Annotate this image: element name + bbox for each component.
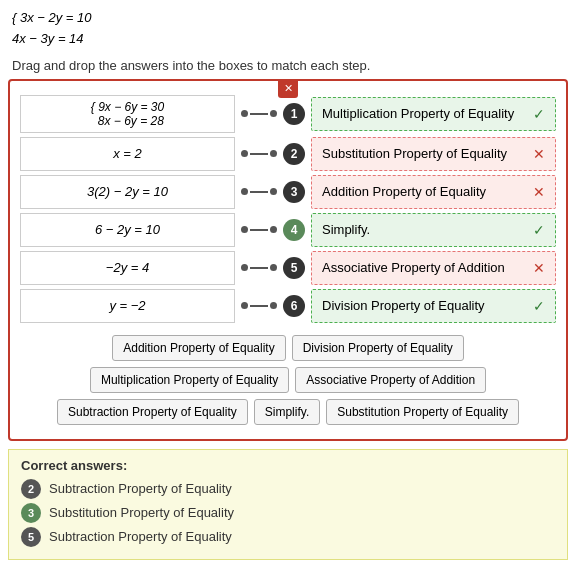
step-row-5: −2y = 4 5 Associative Property of Additi…	[20, 251, 556, 285]
connector-2	[241, 150, 277, 157]
correct-text-2: Subtraction Property of Equality	[49, 481, 232, 496]
step-num-2: 2	[283, 143, 305, 165]
step-expr-1: { 9x − 6y = 30 8x − 6y = 28	[20, 95, 235, 133]
step-answer-6[interactable]: Division Property of Equality ✓	[311, 289, 556, 323]
step-expr-6: y = −2	[20, 289, 235, 323]
step-row-6: y = −2 6 Division Property of Equality ✓	[20, 289, 556, 323]
step-num-4: 4	[283, 219, 305, 241]
equation-line1: { 3x − 2y = 10	[12, 8, 564, 29]
equation-line2: 4x − 3y = 14	[12, 29, 564, 50]
step-num-3: 3	[283, 181, 305, 203]
chip-simplify[interactable]: Simplify.	[254, 399, 320, 425]
step-row-4: 6 − 2y = 10 4 Simplify. ✓	[20, 213, 556, 247]
system-equations: { 3x − 2y = 10 4x − 3y = 14	[0, 0, 576, 54]
step-answer-4[interactable]: Simplify. ✓	[311, 213, 556, 247]
correct-text-3: Substitution Property of Equality	[49, 505, 234, 520]
correct-row-5: 5 Subtraction Property of Equality	[21, 527, 555, 547]
step-expr-4: 6 − 2y = 10	[20, 213, 235, 247]
connector-4	[241, 226, 277, 233]
check-icon-1: ✓	[533, 106, 545, 122]
step-expr-2: x = 2	[20, 137, 235, 171]
correct-answers-title: Correct answers:	[21, 458, 555, 473]
correct-text-5: Subtraction Property of Equality	[49, 529, 232, 544]
cross-icon-5: ✕	[533, 260, 545, 276]
correct-row-3: 3 Substitution Property of Equality	[21, 503, 555, 523]
chip-associative[interactable]: Associative Property of Addition	[295, 367, 486, 393]
connector-5	[241, 264, 277, 271]
step-num-5: 5	[283, 257, 305, 279]
step-answer-5[interactable]: Associative Property of Addition ✕	[311, 251, 556, 285]
connector-1	[241, 110, 277, 117]
steps-area: { 9x − 6y = 30 8x − 6y = 28 1 Multiplica…	[10, 81, 566, 327]
step-row-3: 3(2) − 2y = 10 3 Addition Property of Eq…	[20, 175, 556, 209]
check-icon-6: ✓	[533, 298, 545, 314]
chip-division[interactable]: Division Property of Equality	[292, 335, 464, 361]
step-num-6: 6	[283, 295, 305, 317]
close-button[interactable]: ✕	[278, 80, 298, 98]
correct-num-5: 5	[21, 527, 41, 547]
step-answer-1[interactable]: Multiplication Property of Equality ✓	[311, 97, 556, 131]
chip-subtraction[interactable]: Subtraction Property of Equality	[57, 399, 248, 425]
step-expr-3: 3(2) − 2y = 10	[20, 175, 235, 209]
correct-num-2: 2	[21, 479, 41, 499]
correct-row-2: 2 Subtraction Property of Equality	[21, 479, 555, 499]
step-answer-2[interactable]: Substitution Property of Equality ✕	[311, 137, 556, 171]
step-num-1: 1	[283, 103, 305, 125]
chip-addition[interactable]: Addition Property of Equality	[112, 335, 285, 361]
correct-answers-box: Correct answers: 2 Subtraction Property …	[8, 449, 568, 560]
chip-substitution[interactable]: Substitution Property of Equality	[326, 399, 519, 425]
connector-3	[241, 188, 277, 195]
answer-bank: Addition Property of Equality Division P…	[10, 327, 566, 431]
main-box: ✕ { 9x − 6y = 30 8x − 6y = 28 1 Multipli…	[8, 79, 568, 441]
step-expr-5: −2y = 4	[20, 251, 235, 285]
cross-icon-3: ✕	[533, 184, 545, 200]
instruction-text: Drag and drop the answers into the boxes…	[0, 54, 576, 79]
correct-num-3: 3	[21, 503, 41, 523]
cross-icon-2: ✕	[533, 146, 545, 162]
step-row-2: x = 2 2 Substitution Property of Equalit…	[20, 137, 556, 171]
chip-multiplication[interactable]: Multiplication Property of Equality	[90, 367, 289, 393]
check-icon-4: ✓	[533, 222, 545, 238]
step-answer-3[interactable]: Addition Property of Equality ✕	[311, 175, 556, 209]
connector-6	[241, 302, 277, 309]
step-row-1: { 9x − 6y = 30 8x − 6y = 28 1 Multiplica…	[20, 95, 556, 133]
